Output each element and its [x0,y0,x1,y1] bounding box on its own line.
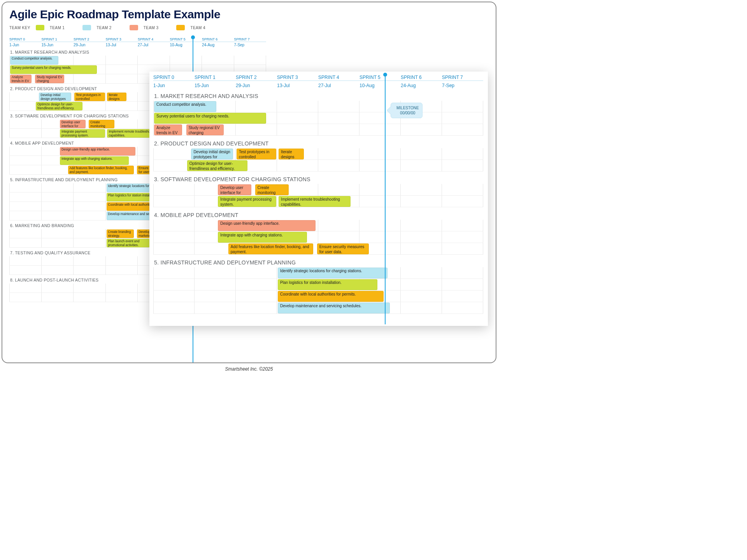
sprint-date: 29-Jun [74,43,106,47]
task-bar[interactable]: Analyze trends in EV usage. [10,75,32,83]
sprint-date: 15-Jun [195,83,236,88]
sprint-date: 13-Jul [106,43,138,47]
sprint-header: SPRINT 4 [138,37,170,42]
task-bar[interactable]: Plan logistics for station installation. [278,279,377,290]
sprint-header: SPRINT 5 [359,75,401,80]
sprint-header: SPRINT 3 [106,37,138,42]
sprint-date: 24-Aug [202,43,234,47]
section-title: 1. MARKET RESEARCH AND ANALYSIS [10,50,266,54]
task-bar[interactable]: Integrate payment processing system. [218,196,276,207]
sprint-header: SPRINT 1 [42,37,74,42]
team-label: TEAM 4 [190,26,205,30]
sprint-header: SPRINT 0 [153,75,195,80]
team-swatch [82,25,91,30]
task-bar[interactable]: Study regional EV charging infrastructur… [186,124,224,135]
task-bar[interactable]: Test prototypes in controlled environmen… [237,149,276,159]
task-bar[interactable]: Implement remote troubleshooting capabil… [279,196,351,207]
sprint-date: 27-Jul [318,83,359,88]
task-bar[interactable]: Develop initial design prototypes for ch… [191,149,233,159]
task-bar[interactable]: Identify strategic locations for chargin… [278,268,388,278]
task-bar[interactable]: Add features like location finder, booki… [68,166,134,174]
sprint-header: SPRINT 3 [277,75,318,80]
section-title: 4. MOBILE APP DEVELOPMENT [154,212,484,218]
section-title: 5. INFRASTRUCTURE AND DEPLOYMENT PLANNIN… [154,259,484,266]
sprint-header: SPRINT 2 [74,37,106,42]
sprint-header: SPRINT 6 [401,75,442,80]
sprint-date: 10-Aug [359,83,401,88]
team-swatch [176,25,185,30]
task-bar[interactable]: Create branding strategy. [107,229,134,238]
sprint-header: SPRINT 7 [234,37,267,42]
task-bar[interactable]: Optimize design for user-friendliness an… [36,102,82,110]
task-bar[interactable]: Develop user interface for charging stat… [218,184,251,195]
team-label: TEAM 2 [96,26,112,30]
sprint-date: 24-Aug [401,83,442,88]
footer-credit: Smartsheet Inc. ©2025 [0,366,498,372]
task-bar[interactable]: Develop user interface for charging stat… [60,120,86,128]
task-bar[interactable]: Develop maintenance and servicing schedu… [278,303,390,313]
task-bar[interactable]: Test prototypes in controlled environmen… [74,93,105,101]
task-bar[interactable]: Ensure security measures for user data. [317,243,369,254]
sprint-header: SPRINT 6 [202,37,234,42]
legend-label: TEAM KEY [9,26,30,30]
sprint-date: 1-Jun [9,43,42,47]
task-bar[interactable]: Create monitoring system for station sta… [255,184,289,195]
task-bar[interactable]: Integrate app with charging stations. [218,232,307,243]
team-swatch [36,25,44,30]
section-title: 3. SOFTWARE DEVELOPMENT FOR CHARGING STA… [154,176,484,182]
roadmap-zoom: MILESTONE 00/00/00 SPRINT 0SPRINT 1SPRIN… [149,72,488,326]
task-bar[interactable]: Conduct competitor analysis. [154,101,216,112]
task-bar[interactable]: Design user-friendly app interface. [60,147,135,156]
task-bar[interactable]: Conduct competitor analysis. [10,56,58,65]
team-legend: TEAM KEY TEAM 1TEAM 2TEAM 3TEAM 4 [9,25,496,30]
sprint-header: SPRINT 2 [236,75,277,80]
task-bar[interactable]: Add features like location finder, booki… [228,243,314,254]
sprint-date: 10-Aug [170,43,202,47]
task-bar[interactable]: Iterate designs based on feedback. [279,149,304,159]
task-bar[interactable]: Survey potential users for charging need… [10,65,97,74]
task-bar[interactable]: Coordinate with local authorities for pe… [278,291,384,302]
sprint-header: SPRINT 1 [195,75,236,80]
team-swatch [130,25,138,30]
milestone-marker: MILESTONE 00/00/00 [391,103,423,118]
task-bar[interactable]: Create monitoring system for station sta… [89,120,114,128]
sprint-date: 27-Jul [138,43,170,47]
task-bar[interactable]: Plan launch event and promotional activi… [107,239,150,247]
sprint-date: 7-Sep [234,43,267,47]
task-bar[interactable]: Integrate payment processing system. [60,129,105,138]
task-bar[interactable]: Survey potential users for charging need… [154,113,266,124]
task-bar[interactable]: Study regional EV charging infrastructur… [35,75,64,83]
sprint-date: 7-Sep [442,83,483,88]
task-bar[interactable]: Iterate designs based on feedback. [107,93,126,101]
sprint-header: SPRINT 7 [442,75,483,80]
team-label: TEAM 3 [144,26,159,30]
section-title: 1. MARKET RESEARCH AND ANALYSIS [154,93,484,99]
sprint-header: SPRINT 5 [170,37,202,42]
sprint-date: 15-Jun [42,43,74,47]
task-bar[interactable]: Design user-friendly app interface. [218,220,315,231]
sprint-header: SPRINT 4 [318,75,359,80]
team-label: TEAM 1 [50,26,65,30]
task-bar[interactable]: Develop initial design prototypes for ch… [39,93,71,101]
sprint-header: SPRINT 0 [9,37,42,42]
task-bar[interactable]: Optimize design for user-friendliness an… [187,160,247,171]
section-title: 2. PRODUCT DESIGN AND DEVELOPMENT [154,140,484,147]
task-bar[interactable]: Integrate app with charging stations. [60,156,129,165]
sprint-date: 13-Jul [277,83,318,88]
task-bar[interactable]: Analyze trends in EV usage. [154,124,182,135]
sprint-date: 29-Jun [236,83,277,88]
sprint-date: 1-Jun [153,83,195,88]
page-title: Agile Epic Roadmap Template Example [9,8,496,21]
